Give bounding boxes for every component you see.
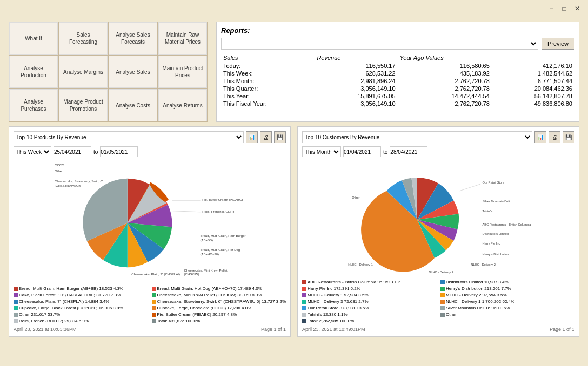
col-sales: Sales (221, 54, 315, 62)
svg-text:ABC Restaurants - British Colu: ABC Restaurants - British Columbia (483, 223, 532, 226)
svg-text:NLHC - Delivery 3: NLHC - Delivery 3 (429, 270, 453, 274)
chart2-area: Our Retail Store Silver Mountain Deli Ta… (302, 160, 574, 279)
svg-text:Distributors Limited: Distributors Limited (483, 232, 509, 235)
list-item: Pie, Butter Cream (PIEABC) 20,297 4.8% (152, 311, 286, 318)
chart1-panel: Top 10 Products By Revenue 📊 🖨 💾 This We… (9, 126, 291, 337)
title-bar: − □ ✕ (0, 0, 588, 17)
list-item: MLHC - Delivery 1 97,984 3.5% (302, 292, 436, 299)
nav-cell[interactable]: Maintain Product Prices (158, 56, 207, 88)
table-row: Today:116,550.17116,580.65412,176.10 (221, 62, 574, 70)
svg-text:Rolls, French (ROLFR): Rolls, French (ROLFR) (202, 210, 235, 213)
list-item: Other 231,617 53.7% (14, 311, 148, 318)
nav-cell[interactable]: Analyse Purchases (9, 89, 58, 121)
chart1-legend: Bread, Multi-Grain, Ham Burger (AB+BB) 1… (14, 286, 286, 324)
svg-text:(CHSSTRAWSUI6): (CHSSTRAWSUI6) (55, 184, 82, 187)
list-item: Cheesecake, Strawberry, Swirl, 6" (CHSST… (152, 299, 286, 305)
list-item: Other --- --- (440, 311, 574, 318)
list-item: Bread, Multi-Grain, Hot Dog (AB+HO+70) 1… (152, 286, 286, 292)
list-item: Tahini's 12,380 1.1% (302, 311, 436, 318)
preview-button[interactable]: Preview (542, 38, 574, 50)
chart1-period-select[interactable]: This Week (14, 146, 51, 157)
chart2-footer: April 23, 2021 at 10:49:01PM Page 1 of 1 (302, 327, 574, 332)
chart2-panel: Top 10 Customers By Revenue 📊 🖨 💾 This M… (297, 126, 579, 337)
svg-text:(CHSKIW): (CHSKIW) (184, 273, 199, 276)
list-item: MLHC - Delivery 2 97,554 3.5% (440, 292, 574, 299)
maximize-button[interactable]: □ (560, 4, 569, 13)
chart2-period-select[interactable]: This Month (302, 146, 341, 157)
nav-cell[interactable]: Sales Forecasting (59, 22, 108, 55)
chart2-date-row: This Month to (302, 146, 574, 157)
svg-text:NLHC - Delivery 2: NLHC - Delivery 2 (471, 263, 496, 266)
svg-text:Other: Other (352, 196, 359, 199)
list-item: NLHC - Delivery 1 1,706,202 62.4% (440, 299, 574, 305)
table-row: This Fiscal Year:3,056,149.102,762,720.7… (221, 100, 574, 107)
table-row: This Month:2,981,896.242,762,720.786,771… (221, 77, 574, 85)
list-item: Cupcake, Large, Black Forest (CUPCBL) 16… (14, 305, 148, 311)
nav-cell[interactable]: Analyse Production (9, 56, 58, 88)
list-item: Cupcake, Large, Chocolate (CCCC) 17,296 … (152, 305, 286, 311)
chart1-date-row: This Week to (14, 146, 286, 157)
list-item: Cheesecake, Plain, 7" (CHSPLAI) 14,884 3… (14, 299, 148, 305)
nav-cell[interactable]: Maintain Raw Material Prices (158, 22, 207, 55)
close-button[interactable]: ✕ (573, 4, 582, 13)
svg-line-16 (459, 184, 480, 191)
nav-cell[interactable]: Analyse Returns (158, 89, 207, 121)
chart1-dropdown[interactable]: Top 10 Products By Revenue (14, 131, 244, 143)
col-revenue: Revenue (315, 54, 397, 62)
main-content: What IfSales ForecastingAnalyse Sales Fo… (0, 17, 588, 341)
chart2-export-icon[interactable]: 📊 (534, 131, 546, 143)
reports-panel: Reports: Preview Sales Revenue Year Ago … (216, 22, 579, 122)
list-item: Bread, Multi-Grain, Ham Burger (AB+BB) 1… (14, 286, 148, 292)
list-item: Cheesecake, Mini Khiwi Pellet (CHSKIW) 3… (152, 292, 286, 299)
list-item: Silver Mountain Deli 16,960 0.6% (440, 305, 574, 311)
nav-cell[interactable]: Analyse Sales Forecasts (109, 22, 157, 55)
table-row: This Week:628,531.22435,183.921,482,544.… (221, 70, 574, 77)
chart1-footer-left: April 28, 2021 at 10:03:36PM (14, 327, 77, 332)
chart2-date-from[interactable] (343, 146, 381, 157)
nav-cell[interactable]: Analyse Costs (109, 89, 157, 121)
nav-cell[interactable]: Analyse Margins (59, 56, 108, 88)
chart2-date-to-input[interactable] (390, 146, 427, 157)
chart1-footer: April 28, 2021 at 10:03:36PM Page 1 of 1 (14, 327, 286, 332)
chart2-save-icon[interactable]: 💾 (563, 131, 574, 143)
nav-cell[interactable]: Analyse Sales (109, 56, 157, 88)
nav-cell[interactable]: Manage Product Promotions (59, 89, 108, 121)
reports-dropdown[interactable] (221, 38, 538, 50)
col-year-ago: Year Ago Values (398, 54, 492, 62)
reports-controls: Preview (221, 38, 574, 50)
chart1-date-to-label: to (93, 149, 98, 155)
list-item: Harry Pie Inc 172,391 6.2% (302, 286, 436, 292)
chart1-controls: Top 10 Products By Revenue 📊 🖨 💾 (14, 131, 286, 143)
minimize-button[interactable]: − (547, 4, 556, 13)
table-row: This Year:15,891,675.0514,472,444.5456,1… (221, 92, 574, 100)
svg-text:(AB+BB): (AB+BB) (201, 239, 213, 242)
chart2-print-icon[interactable]: 🖨 (549, 131, 560, 143)
chart1-area: Pie, Butter Cream (PIEABC) Rolls, French… (14, 160, 286, 286)
chart1-footer-right: Page 1 of 1 (261, 327, 286, 332)
chart1-print-icon[interactable]: 🖨 (260, 131, 272, 143)
svg-text:(AB+HO+70): (AB+HO+70) (201, 253, 219, 256)
svg-text:CCCC: CCCC (55, 164, 64, 167)
chart1-save-icon[interactable]: 💾 (274, 131, 286, 143)
list-item: Our Retail Store 373,931 13.5% (302, 305, 436, 311)
chart2-footer-left: April 23, 2021 at 10:49:01PM (302, 327, 365, 332)
svg-text:Harry Pie Inc: Harry Pie Inc (483, 242, 500, 245)
chart1-export-icon[interactable]: 📊 (246, 131, 258, 143)
svg-text:Cheesecake, Plain, 7" (CHSPLAI: Cheesecake, Plain, 7" (CHSPLAI) (131, 273, 180, 276)
list-item: MLHC - Delivery 3 73,631 2.7% (302, 299, 436, 305)
top-section: What IfSales ForecastingAnalyse Sales Fo… (9, 22, 579, 122)
chart1-date-from[interactable] (54, 146, 91, 157)
charts-section: Top 10 Products By Revenue 📊 🖨 💾 This We… (9, 126, 579, 337)
reports-title: Reports: (221, 26, 574, 35)
chart1-date-to-input[interactable] (100, 146, 138, 157)
chart2-svg: Our Retail Store Silver Mountain Deli Ta… (302, 160, 574, 279)
chart2-legend: ABC Restaurants - British Columbia 95.9/… (302, 279, 574, 324)
svg-text:NLHC - Delivery 1: NLHC - Delivery 1 (348, 263, 373, 266)
svg-text:Pie, Butter Cream (PIEABC): Pie, Butter Cream (PIEABC) (202, 198, 243, 201)
nav-cell[interactable]: What If (9, 22, 58, 55)
list-item: ABC Restaurants - British Columbia 95.9/… (302, 279, 436, 286)
svg-text:Bread, Multi-Grain, Hot Dog: Bread, Multi-Grain, Hot Dog (201, 248, 240, 252)
svg-text:Silver Mountain Deli: Silver Mountain Deli (483, 200, 510, 203)
list-item: Rolls, French (ROLFR) 29,804 6.9% (14, 318, 148, 324)
chart2-dropdown[interactable]: Top 10 Customers By Revenue (302, 131, 532, 143)
